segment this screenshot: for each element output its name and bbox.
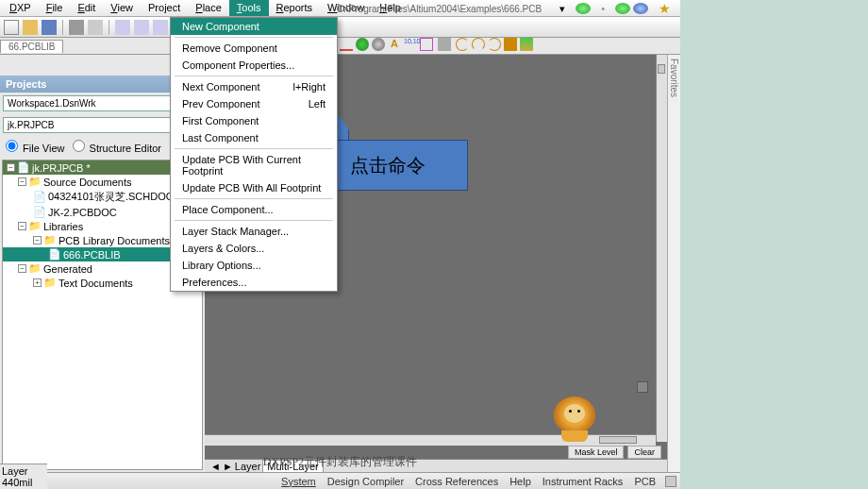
menu-file[interactable]: File — [39, 0, 71, 16]
favorite-icon[interactable]: ★ — [651, 0, 678, 18]
home-icon[interactable] — [633, 3, 648, 14]
via-icon[interactable] — [372, 38, 385, 51]
file-path: C:\Program Files\Altium2004\Examples\666… — [329, 2, 549, 16]
pad-icon[interactable] — [356, 38, 369, 51]
menu-tools[interactable]: Tools — [229, 0, 269, 16]
coord-icon[interactable]: 10,10 — [404, 38, 417, 51]
menu-new-component[interactable]: New Component — [171, 18, 337, 35]
new-icon[interactable] — [4, 20, 19, 35]
save-icon[interactable] — [42, 20, 57, 35]
tools-menu-dropdown: New Component Remove Component Component… — [170, 17, 338, 292]
status-cross-refs[interactable]: Cross References — [413, 476, 500, 487]
menu-reports[interactable]: Reports — [269, 0, 321, 16]
callout-text: 点击命令 — [350, 153, 426, 178]
arc-any-icon[interactable] — [488, 38, 501, 51]
vertical-scrollbar[interactable] — [656, 55, 667, 442]
favorites-strip[interactable]: Favorites — [667, 55, 680, 472]
menu-preferences[interactable]: Preferences... — [171, 274, 337, 291]
page-caption: DXPSP2元件封装库的管理课件 — [263, 454, 417, 470]
line-icon[interactable] — [340, 38, 353, 51]
menu-update-current[interactable]: Update PCB With Current Footprint — [171, 151, 337, 179]
favorites-label: Favorites — [669, 59, 679, 97]
status-instrument[interactable]: Instrument Racks — [541, 476, 626, 487]
menu-library-options[interactable]: Library Options... — [171, 257, 337, 274]
fill-icon[interactable] — [504, 38, 517, 51]
menu-last-component[interactable]: Last Component — [171, 129, 337, 146]
mask-level-button[interactable]: Mask Level — [568, 446, 625, 459]
menu-place-component[interactable]: Place Component... — [171, 201, 337, 218]
menu-place[interactable]: Place — [188, 0, 229, 16]
tab-pcblib[interactable]: 66.PCBLIB — [0, 40, 63, 53]
open-icon[interactable] — [23, 20, 38, 35]
menu-edit[interactable]: Edit — [70, 0, 103, 16]
menu-layers-colors[interactable]: Layers & Colors... — [171, 240, 337, 257]
title-path: C:\Program Files\Altium2004\Examples\666… — [329, 1, 678, 16]
clear-button[interactable]: Clear — [627, 446, 661, 459]
file-view-radio[interactable]: File View — [6, 140, 65, 154]
status-system[interactable]: System — [279, 476, 318, 487]
zoom-area-icon[interactable] — [153, 20, 168, 35]
print-icon[interactable] — [69, 20, 84, 35]
nav-back-icon[interactable] — [576, 3, 591, 14]
status-design-compiler[interactable]: Design Compiler — [326, 476, 406, 487]
origin-marker — [637, 381, 648, 393]
layer-label: Layer — [235, 461, 261, 472]
desktop-background — [680, 0, 868, 489]
toolbar: A 10,10 — [0, 17, 680, 38]
structure-editor-radio[interactable]: Structure Editor — [73, 140, 161, 154]
menu-bar: DXP File Edit View Project Place Tools R… — [0, 0, 680, 17]
text-icon[interactable]: A — [388, 38, 401, 51]
array-icon[interactable] — [520, 38, 533, 51]
status-help[interactable]: Help — [508, 476, 533, 487]
menu-view[interactable]: View — [103, 0, 141, 16]
preview-icon[interactable] — [88, 20, 103, 35]
workspace-select[interactable]: Workspace1.DsnWrk — [3, 95, 186, 111]
menu-update-all[interactable]: Update PCB With All Footprint — [171, 179, 337, 196]
dropdown-icon[interactable]: ▾ — [552, 1, 573, 17]
zoom-sel-icon[interactable] — [115, 20, 130, 35]
arc-edge-icon[interactable] — [472, 38, 485, 51]
status-bar: System Design Compiler Cross References … — [0, 472, 680, 489]
rect-icon[interactable] — [420, 38, 433, 51]
menu-dxp[interactable]: DXP — [2, 0, 39, 16]
menu-first-component[interactable]: First Component — [171, 112, 337, 129]
coord-readout: Layer 440mil — [0, 464, 47, 489]
lion-mascot-icon — [554, 396, 595, 442]
menu-prev-component[interactable]: Prev ComponentLeft — [171, 95, 337, 112]
status-pcb[interactable]: PCB — [632, 476, 658, 487]
nav-fwd-icon[interactable] — [615, 3, 630, 14]
menu-component-props[interactable]: Component Properties... — [171, 57, 337, 74]
zoom-fit-icon[interactable] — [134, 20, 149, 35]
menu-remove-component[interactable]: Remove Component — [171, 40, 337, 57]
menu-layer-stack[interactable]: Layer Stack Manager... — [171, 223, 337, 240]
status-toggle-icon[interactable] — [665, 476, 676, 487]
menu-next-component[interactable]: Next Componentl+Right — [171, 78, 337, 95]
menu-project[interactable]: Project — [141, 0, 188, 16]
arc-center-icon[interactable] — [456, 38, 469, 51]
